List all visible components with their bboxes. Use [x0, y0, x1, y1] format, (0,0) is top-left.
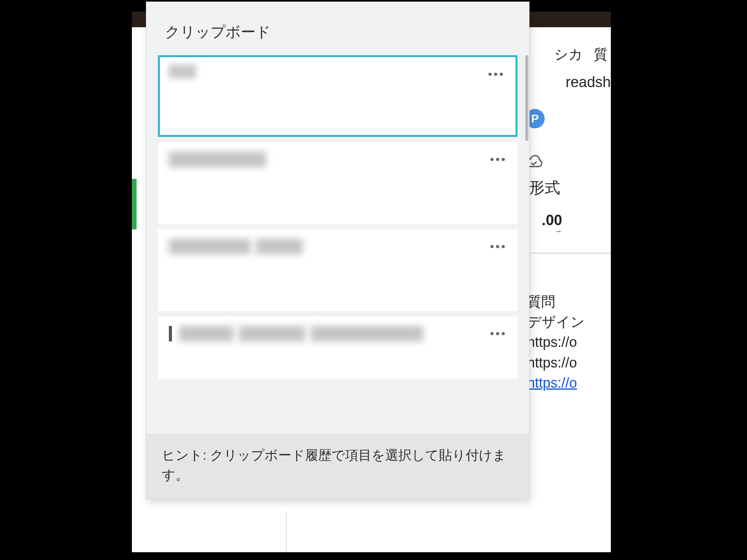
- background-left-sliver: [132, 12, 144, 552]
- cell-link[interactable]: https://o: [527, 375, 577, 391]
- clipboard-panel: クリップボード ••• ••• •••: [146, 2, 530, 499]
- scrollbar-thumb[interactable]: [525, 55, 528, 141]
- clipboard-item[interactable]: •••: [158, 317, 517, 379]
- more-icon[interactable]: •••: [487, 66, 506, 82]
- clipboard-hint: ヒント: クリップボード履歴で項目を選択して貼り付けます。: [146, 434, 529, 499]
- menu-fragment: シカ: [554, 45, 583, 64]
- cell-text: https://o: [527, 353, 607, 373]
- more-icon[interactable]: •••: [489, 152, 508, 167]
- toolbar-separator: [519, 253, 611, 254]
- cell-text: デザイン: [527, 312, 607, 332]
- clipboard-item[interactable]: •••: [158, 229, 517, 311]
- more-icon[interactable]: •••: [489, 326, 508, 341]
- address-fragment: readsh: [566, 74, 611, 91]
- cell-text: 質問: [527, 292, 607, 312]
- clipboard-title: クリップボード: [146, 2, 529, 55]
- background-menu: シカ 質: [554, 43, 611, 66]
- clipboard-item[interactable]: •••: [158, 142, 517, 224]
- format-menu-label[interactable]: 形式: [529, 177, 560, 198]
- clipboard-item[interactable]: •••: [158, 55, 517, 137]
- background-cell-content: 質問 デザイン https://o https://o https://o: [527, 292, 607, 393]
- clipboard-item-preview: [169, 239, 507, 254]
- clipboard-item-preview: [169, 65, 196, 79]
- clipboard-items-list: ••• ••• ••• •••: [146, 55, 529, 434]
- grid-line: [286, 511, 287, 552]
- clipboard-item-preview: [169, 152, 507, 167]
- menu-fragment: 質: [594, 45, 608, 64]
- more-icon[interactable]: •••: [489, 239, 508, 254]
- green-accent: [132, 179, 137, 229]
- cell-text: https://o: [527, 332, 607, 352]
- decrease-decimal-button[interactable]: .00 →: [542, 212, 562, 233]
- clipboard-item-preview: [169, 326, 507, 341]
